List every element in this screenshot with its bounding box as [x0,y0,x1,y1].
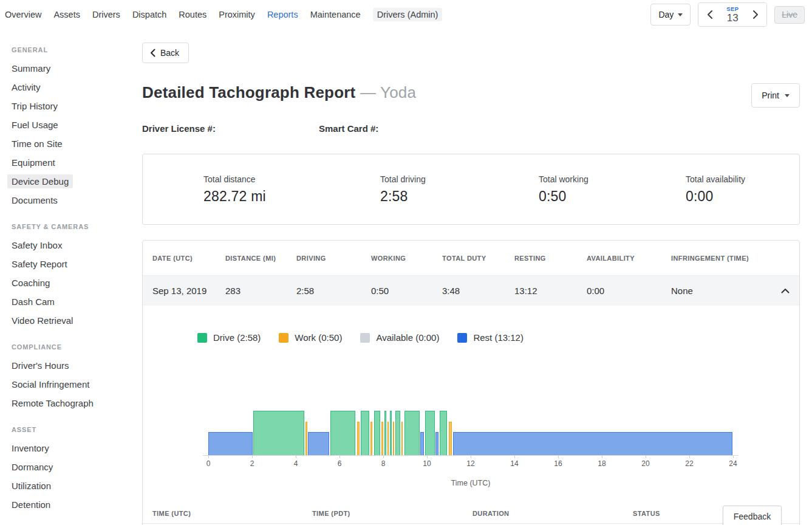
stat-value: 282.72 mi [203,188,317,205]
chart-bar-work [449,422,452,455]
stat-total-availability: Total availability 0:00 [652,174,799,205]
axis-tickmark [689,456,690,458]
sidebar-section-title: SAFETY & CAMERAS [0,223,141,236]
nav-item-maintenance[interactable]: Maintenance [310,10,361,19]
column-header: TIME (PDT) [312,510,473,517]
chart-bar-drive [330,411,356,455]
chart-bar-rest [308,432,329,455]
day-range-label: Day [658,10,674,19]
chart-bar-work [381,422,383,455]
sidebar-item-device-debug[interactable]: Device Debug [0,172,141,191]
chart-plot [208,410,733,455]
nav-item-assets[interactable]: Assets [53,10,80,19]
sidebar-item-remote-tachograph[interactable]: Remote Tachograph [0,394,141,413]
main-content: Back Detailed Tachograph Report — Yoda P… [142,43,800,525]
live-label: Live [782,10,797,19]
chevron-left-icon [150,49,155,57]
sidebar-item-detention[interactable]: Detention [0,495,141,514]
day-range-dropdown[interactable]: Day [650,4,691,26]
stat-total-working: Total working 0:50 [494,174,652,205]
nav-item-dispatch[interactable]: Dispatch [132,10,166,19]
sidebar-section-title: COMPLIANCE [0,343,141,356]
nav-item-drivers[interactable]: Drivers [92,10,120,19]
chart-bar-work [387,422,389,455]
sidebar-item-safety-report[interactable]: Safety Report [0,255,141,273]
axis-tick-label: 20 [641,459,649,468]
drive-swatch-icon [197,333,207,343]
sidebar-section-general: GENERAL Summary Activity Trip History Fu… [0,46,141,210]
axis-tickmark [296,456,296,458]
axis-tickmark [471,456,471,458]
chart-bar-drive [395,411,400,455]
cell-driving: 2:58 [296,286,371,296]
feedback-button[interactable]: Feedback [723,506,782,525]
previous-day-button[interactable] [698,3,721,26]
sidebar-section-compliance: COMPLIANCE Driver's Hours Social Infring… [0,343,141,413]
axis-tickmark [339,456,340,458]
sidebar-item-social-infringement[interactable]: Social Infringement [0,375,141,394]
driver-ids: Driver License #: Smart Card #: [142,123,800,134]
back-button[interactable]: Back [142,43,189,63]
legend-item-drive[interactable]: Drive (2:58) [197,332,261,343]
sidebar-item-activity[interactable]: Activity [0,78,141,97]
axis-tickmark [514,456,515,458]
axis-tick-label: 4 [294,459,298,468]
sidebar-section-title: GENERAL [0,46,141,59]
sidebar-item-time-on-site[interactable]: Time on Site [0,134,141,153]
sidebar-item-dormancy[interactable]: Dormancy [0,458,141,476]
legend-item-available[interactable]: Available (0:00) [360,332,439,343]
sidebar-item-summary[interactable]: Summary [0,59,141,78]
nav-item-reports[interactable]: Reports [267,10,298,19]
axis-tickmark [733,456,734,458]
sidebar-item-inventory[interactable]: Inventory [0,439,141,458]
column-header: WORKING [371,255,442,262]
back-label: Back [160,48,179,58]
sidebar-item-dash-cam[interactable]: Dash Cam [0,292,141,311]
legend-item-rest[interactable]: Rest (13:12) [457,332,524,343]
chart-bar-work [393,422,395,455]
date-display[interactable]: SEP 13 [721,3,744,26]
nav-item-overview[interactable]: Overview [5,10,41,19]
next-day-button[interactable] [744,3,766,26]
axis-tickmark [427,456,428,458]
axis-tick-label: 16 [554,459,562,468]
nav-item-proximity[interactable]: Proximity [219,10,255,19]
column-header: RESTING [514,255,587,262]
cell-total-duty: 3:48 [442,286,514,296]
sidebar-item-safety-inbox[interactable]: Safety Inbox [0,236,141,255]
sidebar: GENERAL Summary Activity Trip History Fu… [0,46,141,521]
live-button[interactable]: Live [774,6,805,24]
page-title: Detailed Tachograph Report — Yoda [142,83,416,102]
sidebar-item-utilization[interactable]: Utilization [0,476,141,495]
sidebar-item-trip-history[interactable]: Trip History [0,97,141,115]
column-header: DISTANCE (MI) [225,255,296,262]
collapse-row-button[interactable] [781,288,790,293]
sidebar-section-safety-cameras: SAFETY & CAMERAS Safety Inbox Safety Rep… [0,223,141,330]
chart-x-axis-label: Time (UTC) [208,479,733,487]
legend-label: Rest (13:12) [473,332,524,343]
sidebar-item-fuel-usage[interactable]: Fuel Usage [0,115,141,134]
stat-total-distance: Total distance 282.72 mi [143,174,317,205]
chart-bar-work [305,422,307,455]
sidebar-item-video-retrieval[interactable]: Video Retrieval [0,311,141,330]
column-header: TIME (UTC) [152,510,312,517]
table-row[interactable]: Sep 13, 2019 283 2:58 0:50 3:48 13:12 0:… [143,276,799,306]
stat-value: 2:58 [380,188,494,205]
sidebar-item-drivers-hours[interactable]: Driver's Hours [0,356,141,375]
legend-item-work[interactable]: Work (0:50) [279,332,342,343]
chevron-left-icon [707,10,713,19]
axis-tickmark [646,456,646,458]
sidebar-item-documents[interactable]: Documents [0,191,141,210]
cell-availability: 0:00 [587,286,671,296]
sidebar-item-equipment[interactable]: Equipment [0,153,141,172]
cell-date: Sep 13, 2019 [152,286,225,296]
smart-card-label: Smart Card #: [319,123,378,134]
nav-item-routes[interactable]: Routes [179,10,206,19]
chart-bar-drive [374,411,381,455]
nav-item-drivers-admin[interactable]: Drivers (Admin) [373,8,443,21]
column-header: INFRINGEMENT (TIME) [671,255,765,262]
print-dropdown-button[interactable]: Print [751,83,800,108]
legend-label: Work (0:50) [295,332,342,343]
sidebar-item-coaching[interactable]: Coaching [0,273,141,292]
rest-swatch-icon [457,333,467,343]
